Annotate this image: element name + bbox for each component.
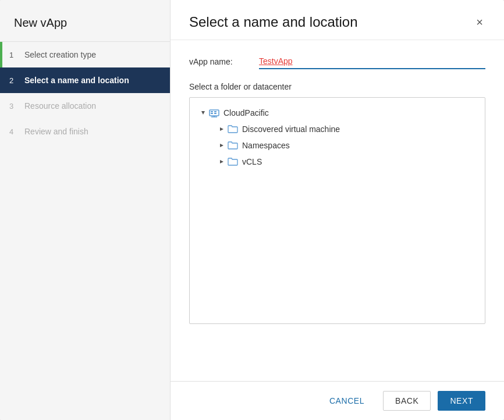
sidebar-step-3: 3 Resource allocation bbox=[0, 93, 170, 119]
vcls-folder-icon bbox=[227, 156, 239, 167]
main-content: Select a name and location × vApp name: … bbox=[171, 0, 504, 420]
namespaces-folder-icon bbox=[227, 140, 239, 151]
discovered-toggle-icon bbox=[216, 124, 227, 134]
new-vapp-dialog: New vApp 1 Select creation type 2 Select… bbox=[0, 0, 504, 420]
vapp-name-label: vApp name: bbox=[189, 57, 259, 66]
step1-number: 1 bbox=[9, 51, 19, 59]
svg-rect-3 bbox=[211, 113, 213, 114]
tree-item-vcls[interactable]: vCLS bbox=[213, 154, 480, 170]
svg-marker-9 bbox=[220, 144, 223, 147]
vapp-name-row: vApp name: bbox=[189, 54, 485, 69]
vcls-toggle-icon bbox=[216, 156, 227, 167]
svg-marker-0 bbox=[201, 111, 205, 115]
sidebar-step-1[interactable]: 1 Select creation type bbox=[0, 42, 170, 67]
back-button[interactable]: BACK bbox=[383, 391, 431, 411]
discovered-folder-icon bbox=[227, 124, 239, 134]
cloudpacific-label: CloudPacific bbox=[223, 108, 269, 118]
svg-rect-1 bbox=[210, 110, 219, 116]
vcls-label: vCLS bbox=[242, 157, 262, 166]
step1-indicator bbox=[0, 42, 2, 67]
dialog-body: New vApp 1 Select creation type 2 Select… bbox=[0, 0, 504, 420]
tree-item-discovered[interactable]: Discovered virtual machine bbox=[213, 121, 480, 137]
vapp-name-input[interactable] bbox=[259, 54, 485, 69]
discovered-label: Discovered virtual machine bbox=[242, 124, 340, 134]
form-area: vApp name: Select a folder or datacenter bbox=[171, 40, 504, 381]
step3-number: 3 bbox=[9, 102, 19, 111]
cloudpacific-children: Discovered virtual machine bbox=[194, 121, 480, 170]
vapp-name-input-wrap bbox=[259, 54, 485, 69]
tree-item-namespaces[interactable]: Namespaces bbox=[213, 137, 480, 154]
step3-indicator bbox=[0, 93, 2, 119]
step4-label: Review and finish bbox=[24, 127, 88, 136]
main-title: Select a name and location bbox=[189, 14, 358, 30]
steps-list: 1 Select creation type 2 Select a name a… bbox=[0, 42, 170, 144]
folder-section-label: Select a folder or datacenter bbox=[189, 82, 485, 91]
namespaces-label: Namespaces bbox=[242, 141, 290, 150]
svg-marker-8 bbox=[220, 127, 223, 131]
cancel-button[interactable]: CANCEL bbox=[318, 391, 376, 410]
step4-number: 4 bbox=[9, 127, 19, 136]
datacenter-icon bbox=[208, 108, 220, 118]
step3-label: Resource allocation bbox=[24, 101, 96, 111]
main-header: Select a name and location × bbox=[171, 0, 504, 40]
sidebar: New vApp 1 Select creation type 2 Select… bbox=[0, 0, 171, 420]
close-button[interactable]: × bbox=[474, 14, 485, 30]
tree-item-cloudpacific[interactable]: CloudPacific bbox=[194, 105, 480, 121]
svg-rect-5 bbox=[214, 113, 216, 114]
step4-indicator bbox=[0, 119, 2, 144]
step2-label: Select a name and location bbox=[24, 76, 129, 85]
step2-indicator bbox=[0, 67, 2, 93]
dialog-footer: CANCEL BACK NEXT bbox=[171, 381, 504, 420]
step1-label: Select creation type bbox=[24, 50, 96, 59]
sidebar-step-4: 4 Review and finish bbox=[0, 119, 170, 144]
namespaces-toggle-icon bbox=[216, 140, 227, 151]
sidebar-title: New vApp bbox=[0, 0, 170, 42]
sidebar-step-2[interactable]: 2 Select a name and location bbox=[0, 67, 170, 93]
cloudpacific-toggle-icon bbox=[198, 108, 208, 118]
svg-rect-2 bbox=[211, 111, 213, 112]
next-button[interactable]: NEXT bbox=[438, 391, 485, 411]
step2-number: 2 bbox=[9, 76, 19, 85]
folder-tree: CloudPacific bbox=[189, 97, 485, 324]
svg-marker-10 bbox=[220, 160, 223, 163]
svg-rect-4 bbox=[214, 111, 216, 112]
